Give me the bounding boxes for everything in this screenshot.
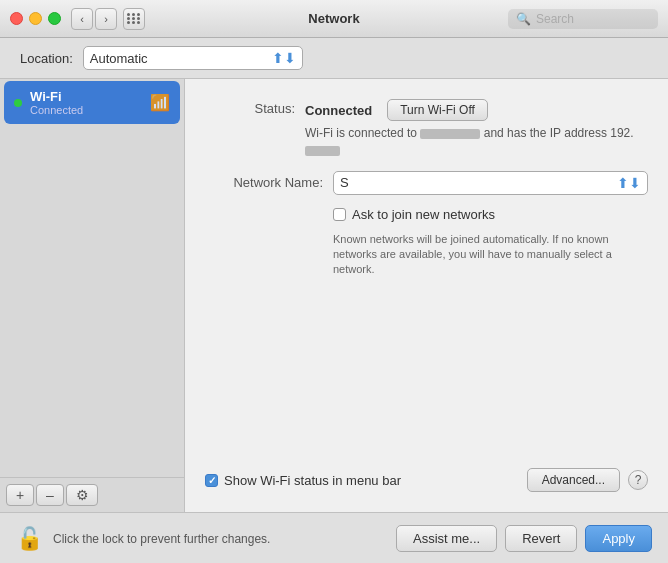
advanced-button[interactable]: Advanced... bbox=[527, 468, 620, 492]
status-content: Connected Turn Wi-Fi Off Wi-Fi is connec… bbox=[305, 99, 648, 159]
grid-button[interactable] bbox=[123, 8, 145, 30]
location-bar: Location: Automatic ⬆⬇ bbox=[0, 38, 668, 79]
ask-join-description: Known networks will be joined automatica… bbox=[333, 232, 648, 278]
ask-join-row: Ask to join new networks bbox=[333, 207, 495, 222]
show-wifi-checkbox[interactable] bbox=[205, 474, 218, 487]
revert-button[interactable]: Revert bbox=[505, 525, 577, 552]
search-icon: 🔍 bbox=[516, 12, 531, 26]
maximize-button[interactable] bbox=[48, 12, 61, 25]
lock-icon[interactable]: 🔓 bbox=[16, 526, 43, 552]
status-desc-suffix: and has the IP address 192. bbox=[484, 126, 634, 140]
grid-icon bbox=[127, 13, 141, 24]
location-value: Automatic bbox=[90, 51, 148, 66]
assist-me-button[interactable]: Assist me... bbox=[396, 525, 497, 552]
content-bottom: Show Wi-Fi status in menu bar Advanced..… bbox=[205, 468, 648, 492]
forward-button[interactable]: › bbox=[95, 8, 117, 30]
status-label: Status: bbox=[205, 99, 295, 116]
redacted-ip bbox=[305, 146, 340, 156]
remove-network-button[interactable]: – bbox=[36, 484, 64, 506]
network-name-dropdown[interactable]: S ⬆⬇ bbox=[333, 171, 648, 195]
titlebar: ‹ › Network 🔍 Search bbox=[0, 0, 668, 38]
footer-buttons: Assist me... Revert Apply bbox=[396, 525, 652, 552]
close-button[interactable] bbox=[10, 12, 23, 25]
footer: 🔓 Click the lock to prevent further chan… bbox=[0, 512, 668, 563]
status-value: Connected bbox=[305, 103, 372, 118]
status-description: Wi-Fi is connected to and has the IP add… bbox=[305, 125, 648, 159]
sidebar: Wi-Fi Connected 📶 + – ⚙ bbox=[0, 79, 185, 512]
traffic-lights bbox=[10, 12, 61, 25]
wifi-status-dot bbox=[14, 99, 22, 107]
turn-wifi-off-button[interactable]: Turn Wi-Fi Off bbox=[387, 99, 488, 121]
sidebar-item-status: Connected bbox=[30, 104, 83, 116]
show-wifi-label: Show Wi-Fi status in menu bar bbox=[224, 473, 401, 488]
location-dropdown[interactable]: Automatic ⬆⬇ bbox=[83, 46, 303, 70]
lock-text: Click the lock to prevent further change… bbox=[53, 532, 386, 546]
ask-join-label: Ask to join new networks bbox=[352, 207, 495, 222]
location-label: Location: bbox=[20, 51, 73, 66]
search-input[interactable]: Search bbox=[536, 12, 574, 26]
status-top: Connected Turn Wi-Fi Off bbox=[305, 99, 648, 121]
checkbox-section: Ask to join new networks Known networks … bbox=[333, 207, 648, 278]
sidebar-item-info: Wi-Fi Connected bbox=[30, 89, 83, 116]
content-bottom-right: Advanced... ? bbox=[527, 468, 648, 492]
search-bar[interactable]: 🔍 Search bbox=[508, 9, 658, 29]
add-network-button[interactable]: + bbox=[6, 484, 34, 506]
back-button[interactable]: ‹ bbox=[71, 8, 93, 30]
network-name-row: Network Name: S ⬆⬇ bbox=[205, 171, 648, 195]
window-title: Network bbox=[308, 11, 359, 26]
content-pane: Status: Connected Turn Wi-Fi Off Wi-Fi i… bbox=[185, 79, 668, 512]
status-row: Status: Connected Turn Wi-Fi Off Wi-Fi i… bbox=[205, 99, 648, 159]
network-name-label: Network Name: bbox=[205, 175, 323, 190]
status-desc-prefix: Wi-Fi is connected to bbox=[305, 126, 417, 140]
ask-join-checkbox[interactable] bbox=[333, 208, 346, 221]
nav-buttons: ‹ › bbox=[71, 8, 117, 30]
location-dropdown-arrows: ⬆⬇ bbox=[272, 50, 296, 66]
apply-button[interactable]: Apply bbox=[585, 525, 652, 552]
sidebar-bottom-bar: + – ⚙ bbox=[0, 477, 184, 512]
network-name-value: S bbox=[340, 175, 349, 190]
wifi-icon: 📶 bbox=[150, 93, 170, 112]
show-wifi-row: Show Wi-Fi status in menu bar bbox=[205, 473, 401, 488]
network-dropdown-arrows: ⬆⬇ bbox=[617, 175, 641, 191]
minimize-button[interactable] bbox=[29, 12, 42, 25]
sidebar-item-name: Wi-Fi bbox=[30, 89, 83, 104]
main-area: Wi-Fi Connected 📶 + – ⚙ Status: Connecte… bbox=[0, 79, 668, 512]
sidebar-item-wifi[interactable]: Wi-Fi Connected 📶 bbox=[4, 81, 180, 124]
help-button[interactable]: ? bbox=[628, 470, 648, 490]
redacted-ssid bbox=[420, 129, 480, 139]
network-settings-button[interactable]: ⚙ bbox=[66, 484, 98, 506]
